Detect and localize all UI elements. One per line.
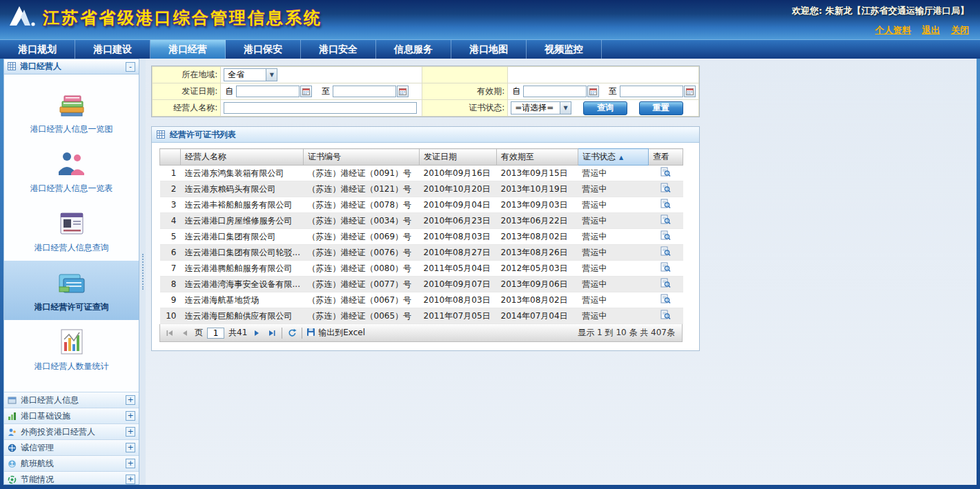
nav-tab[interactable]: 港口规划	[0, 40, 75, 59]
first-page-button[interactable]	[164, 328, 175, 339]
view-icon[interactable]	[660, 246, 671, 257]
view-icon[interactable]	[660, 262, 671, 272]
next-page-button[interactable]	[251, 328, 262, 339]
cert-status-cell: 营运中	[578, 197, 649, 213]
cert-status-cell: 营运中	[578, 166, 649, 181]
table-row[interactable]: 8 连云港港湾海事安全设备有限... （苏连）港经证（0077）号 2010年0…	[160, 277, 683, 292]
table-row[interactable]: 6 连云港港口集团有限公司轮驳... （苏连）港经证（0076）号 2010年0…	[160, 245, 683, 261]
view-icon[interactable]	[660, 183, 671, 193]
sidebar-sub-panel[interactable]: 港口经营人信息 +	[4, 392, 139, 408]
operator-name-cell: 连云港港腾船舶服务有限公司	[181, 261, 304, 277]
sidebar-sub-panel[interactable]: 港口基础设施 +	[4, 408, 139, 424]
nav-tab[interactable]: 港口建设	[75, 40, 150, 59]
table-row[interactable]: 2 连云港东粮码头有限公司 （苏连）港经证（0121）号 2010年10月20日…	[160, 181, 683, 197]
table-row[interactable]: 5 连云港港口集团有限公司 （苏连）港经证（0069）号 2010年08月03日…	[160, 229, 683, 245]
row-number: 8	[160, 277, 181, 292]
sidebar-sub-panel[interactable]: 诚信管理 +	[4, 440, 139, 456]
table-row[interactable]: 7 连云港港腾船舶服务有限公司 （苏连）港经证（0080）号 2011年05月0…	[160, 261, 683, 277]
view-icon[interactable]	[660, 310, 671, 320]
issue-date-from-input[interactable]	[236, 86, 300, 97]
column-header[interactable]: 证书编号	[304, 149, 420, 166]
table-row[interactable]: 1 连云港东鸿集装箱有限公司 （苏连）港经证（0091）号 2010年09月16…	[160, 166, 683, 181]
sidebar-item[interactable]: 港口经营许可证查询	[4, 261, 139, 320]
user-link[interactable]: 退出	[922, 24, 940, 37]
column-header-number	[160, 149, 181, 166]
validity-to-input[interactable]	[620, 86, 683, 97]
expand-button[interactable]: +	[126, 475, 135, 484]
expand-button[interactable]: +	[126, 443, 135, 452]
splitter[interactable]	[139, 59, 146, 485]
expand-button[interactable]: +	[126, 427, 135, 437]
sidebar-item[interactable]: 港口经营人信息查询	[4, 201, 139, 261]
calendar-icon[interactable]	[300, 86, 312, 97]
issue-date-to-input[interactable]	[333, 86, 396, 97]
view-icon[interactable]	[660, 167, 671, 177]
table-row[interactable]: 4 连云港港口房屋维修服务公司 （苏连）港经证（0034）号 2010年06月2…	[160, 213, 683, 229]
last-page-button[interactable]	[266, 328, 277, 339]
query-button[interactable]: 查询	[583, 101, 627, 115]
table-row[interactable]: 9 连云港海航基地货场 （苏连）港经证（0067）号 2010年08月03日 2…	[160, 292, 683, 308]
page-input[interactable]	[207, 328, 224, 339]
table-row[interactable]: 3 连云港丰裕船舶服务有限公司 （苏连）港经证（0078）号 2010年09月0…	[160, 197, 683, 213]
view-icon[interactable]	[660, 199, 671, 209]
view-icon[interactable]	[660, 294, 671, 304]
cert-status-cell: 营运中	[578, 261, 649, 277]
user-link[interactable]: 关闭	[951, 24, 969, 37]
sidebar-sub-panel[interactable]: 外商投资港口经营人 +	[4, 424, 139, 440]
sidebar-item[interactable]: 港口经营人信息一览表	[4, 142, 139, 201]
foreign-panel-icon	[8, 428, 17, 437]
cert-status-select-value: =请选择=	[515, 102, 556, 114]
sidebar-item[interactable]: 港口经营人数量统计	[4, 320, 139, 379]
cert-status-select[interactable]: =请选择= ▼	[511, 101, 571, 114]
nav-tab[interactable]: 信息服务	[376, 40, 451, 59]
sidebar-sub-panel[interactable]: 航班航线 +	[4, 456, 139, 472]
cert-number-cell: （苏连）港经证（0091）号	[304, 166, 420, 181]
collapse-button[interactable]: -	[126, 62, 135, 72]
expand-button[interactable]: +	[126, 411, 135, 421]
sidebar-panel-header[interactable]: 港口经营人 -	[4, 59, 139, 74]
calendar-icon[interactable]	[397, 86, 409, 97]
prev-page-button[interactable]	[179, 328, 190, 339]
nav-tab[interactable]: 港口地图	[451, 40, 527, 59]
cert-status-cell: 营运中	[578, 181, 649, 197]
operator-name-input[interactable]	[224, 102, 417, 114]
operator-name-cell: 连云港港口集团有限公司	[181, 229, 304, 245]
nav-tab[interactable]: 港口安全	[301, 40, 376, 59]
issue-date-cell: 2010年08月03日	[420, 292, 497, 308]
expand-button[interactable]: +	[126, 459, 135, 468]
main-content: 所在地域: 全省 ▼ 发证日期: 自	[146, 59, 977, 485]
sidebar-item[interactable]: 港口经营人信息一览图	[4, 83, 139, 142]
user-links: 个人资料退出关闭	[875, 24, 969, 37]
column-header[interactable]: 有效期至	[497, 149, 578, 166]
validity-from-input[interactable]	[523, 86, 587, 97]
valid-until-cell: 2013年09月03日	[497, 197, 578, 213]
view-icon[interactable]	[660, 278, 671, 288]
view-icon[interactable]	[660, 214, 671, 225]
nav-tab[interactable]: 视频监控	[527, 40, 602, 59]
grid-icon	[157, 130, 166, 139]
app-header: 江苏省省级港口综合管理信息系统 欢迎您: 朱新龙【江苏省交通运输厅港口局】 个人…	[0, 0, 980, 39]
sidebar-panel-title: 港口经营人	[20, 61, 122, 72]
reset-button[interactable]: 重置	[639, 101, 683, 115]
table-row[interactable]: 10 连云港海巨船舶供应有限公司 （苏连）港经证（0065）号 2011年07月…	[160, 308, 683, 324]
nav-tab[interactable]: 港口保安	[226, 40, 301, 59]
cert-table: 经营人名称证书编号发证日期有效期至证书状态▲查看 1 连云港东鸿集装箱有限公司 …	[159, 148, 683, 324]
region-select[interactable]: 全省 ▼	[224, 68, 277, 81]
issue-date-cell: 2010年08月03日	[420, 229, 497, 245]
row-number: 3	[160, 197, 181, 213]
calendar-icon[interactable]	[587, 86, 599, 97]
column-header[interactable]: 查看	[649, 149, 683, 166]
issue-date-label: 发证日期:	[153, 83, 221, 100]
valid-until-cell: 2012年05月03日	[497, 261, 578, 277]
view-icon[interactable]	[660, 230, 671, 241]
sidebar-sub-panel[interactable]: 节能情况 +	[4, 472, 139, 485]
expand-button[interactable]: +	[126, 395, 135, 405]
user-link[interactable]: 个人资料	[875, 24, 911, 37]
nav-tab[interactable]: 港口经营	[150, 40, 226, 59]
calendar-icon[interactable]	[684, 86, 696, 97]
refresh-button[interactable]	[286, 328, 297, 339]
column-header[interactable]: 发证日期	[420, 149, 497, 166]
column-header[interactable]: 经营人名称	[181, 149, 304, 166]
export-excel-button[interactable]: 输出到Excel	[306, 327, 365, 339]
column-header[interactable]: 证书状态▲	[578, 149, 649, 166]
